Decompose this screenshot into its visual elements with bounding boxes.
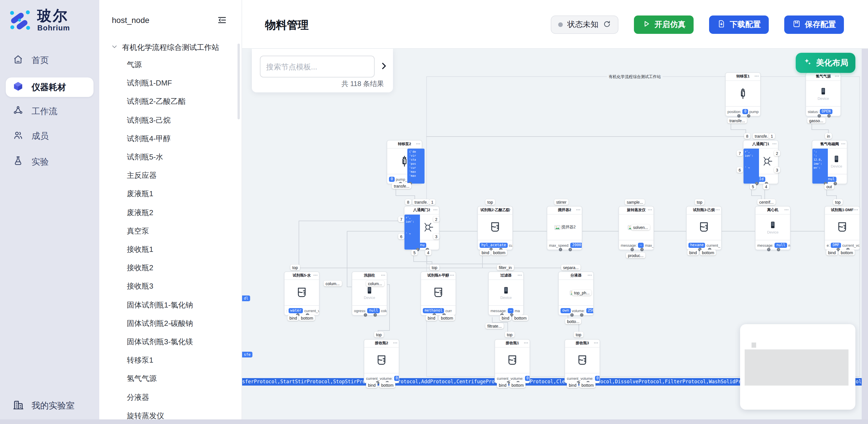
handle-pill[interactable]: produc... (626, 252, 646, 258)
handle-pill[interactable]: top (695, 199, 704, 205)
tree-item[interactable]: 主反应器 (127, 171, 157, 181)
node-menu-icon[interactable]: ••• (381, 272, 385, 279)
node-menu-icon[interactable]: ••• (313, 272, 318, 279)
canvas-node-bottle-4[interactable]: 试剂瓶4-甲醇•••methanolcurr›› (421, 271, 456, 315)
tree-scrollbar[interactable] (238, 43, 240, 119)
connector-dot[interactable]: › (767, 248, 771, 251)
handle-pill[interactable]: top (485, 199, 495, 205)
handle-pill[interactable]: bottom (512, 315, 529, 321)
node-menu-icon[interactable]: ••• (393, 340, 398, 347)
tree-item[interactable]: 转移泵1 (127, 355, 153, 365)
handle-pill[interactable]: separa... (561, 265, 581, 270)
handle-pill[interactable]: bottom (491, 250, 507, 255)
handle-pill[interactable]: bottom (299, 315, 315, 321)
tree-item[interactable]: 接收瓶1 (127, 244, 153, 255)
node-menu-icon[interactable]: ••• (648, 207, 652, 214)
node-menu-icon[interactable]: ••• (587, 272, 592, 279)
tree-item[interactable]: 固体试剂瓶1-氯化钠 (127, 300, 193, 310)
handle-pill[interactable]: 4 (763, 184, 769, 189)
node-menu-icon[interactable]: ••• (772, 141, 777, 148)
param-value-badge[interactable]: — (638, 242, 644, 248)
node-menu-icon[interactable]: ••• (518, 272, 522, 279)
handle-pill[interactable]: top (833, 199, 842, 205)
tree-item[interactable]: 固体试剂瓶3-氯化镁 (127, 337, 193, 347)
param-value-badge[interactable]: hexane (688, 242, 705, 248)
handle-pill[interactable]: 8 (744, 133, 750, 139)
beautify-layout-button[interactable]: 美化布局 (796, 53, 856, 73)
param-value-badge[interactable]: 0 (742, 109, 748, 114)
handle-pill[interactable]: gasso... (807, 118, 825, 123)
handle-pill[interactable]: bind (479, 250, 491, 255)
handle-pill[interactable]: top_ph... (572, 290, 592, 296)
handle-pill[interactable]: bottom (580, 382, 596, 388)
handle-pill[interactable]: sample... (625, 199, 645, 205)
param-value-badge[interactable]: own (560, 308, 571, 313)
canvas-node-centrifuge[interactable]: 离心机•••Devicemessage:nullma›› (755, 206, 790, 250)
node-menu-icon[interactable]: ••• (841, 141, 846, 148)
node-menu-icon[interactable]: ••• (506, 207, 511, 214)
param-value-badge[interactable]: — (508, 308, 514, 313)
handle-pill[interactable]: bind (497, 382, 508, 388)
canvas-node-receiver-2[interactable]: 接收瓶2•••current_volume:0›› (364, 339, 399, 383)
param-value-badge[interactable]: DMF (831, 242, 841, 248)
handle-pill[interactable]: filtrate... (485, 323, 504, 329)
handle-pill[interactable]: 7 (737, 150, 743, 156)
handle-pill[interactable]: 6 (737, 167, 743, 173)
param-value-badge[interactable]: null (368, 308, 380, 313)
canvas-node-bottle-2[interactable]: 试剂瓶2-乙酸乙酯•••hyl_acetatecurre›› (477, 206, 513, 250)
connector-dot[interactable]: › (570, 313, 574, 317)
handle-pill[interactable]: bottom (700, 250, 716, 255)
tree-item[interactable]: 试剂瓶4-甲醇 (127, 134, 171, 144)
tree-root-item[interactable]: 有机化学流程综合测试工作站 (111, 42, 219, 53)
handle-pill[interactable]: transfe... (392, 183, 411, 189)
node-menu-icon[interactable]: ••• (715, 207, 720, 214)
handle-pill[interactable]: 3 (774, 167, 780, 173)
canvas-node-bottle-5[interactable]: 试剂瓶5-水•••:watercurrent_v›› (284, 271, 319, 315)
handle-pill[interactable]: top (430, 265, 439, 270)
param-value-badge[interactable]: 2000 (570, 242, 582, 248)
handle-pill[interactable]: bind (287, 315, 299, 321)
handle-pill[interactable]: 6 (398, 234, 404, 239)
handle-pill[interactable]: bottom (509, 382, 526, 388)
param-value-badge[interactable]: 0 (595, 375, 599, 381)
handle-pill[interactable]: 4 (425, 250, 431, 255)
connector-dot[interactable]: › (737, 114, 741, 118)
handle-pill[interactable]: bind (500, 315, 511, 321)
node-menu-icon[interactable]: ••• (416, 141, 421, 148)
handle-pill[interactable]: bind (426, 315, 437, 321)
handle-pill[interactable]: bind (826, 250, 838, 255)
handle-pill[interactable]: 1 (429, 199, 435, 205)
search-input[interactable] (260, 56, 375, 78)
handle-pill[interactable]: bind (567, 382, 578, 388)
save-button[interactable]: 保存配置 (784, 16, 844, 34)
tree-item[interactable]: 气源 (127, 60, 142, 70)
handle-pill[interactable]: stirrer (554, 199, 568, 205)
handle-pill[interactable]: filter_in (497, 265, 514, 270)
param-value-badge[interactable]: 250 (586, 308, 593, 313)
handle-pill[interactable]: 8 (405, 199, 411, 205)
connector-dot[interactable]: › (817, 114, 821, 118)
tree-item[interactable]: 真空泵 (127, 226, 149, 236)
handle-pill[interactable]: transfe... (727, 118, 747, 123)
status-chip[interactable]: 状态未知 (551, 16, 618, 34)
handle-pill[interactable]: 5 (750, 184, 756, 189)
handle-pill[interactable]: 1 (769, 133, 775, 139)
minimap[interactable] (740, 324, 856, 410)
node-menu-icon[interactable]: ••• (594, 340, 598, 347)
tree-item[interactable]: 氢气气源 (127, 374, 157, 384)
connector-dot[interactable]: › (559, 248, 562, 251)
sidebar-item-experiment[interactable]: 实验 (6, 153, 94, 171)
handle-pill[interactable]: transfe. (412, 199, 430, 205)
canvas-node-bottle-1[interactable]: 试剂瓶1-DMF•••e:DMFcurrent_vol›› (825, 206, 860, 250)
tree-item[interactable]: 试剂瓶5-水 (127, 152, 163, 162)
handle-pill[interactable]: colum... (366, 280, 384, 286)
node-menu-icon[interactable]: ••• (433, 207, 438, 214)
canvas-node-stirrer-2[interactable]: 搅拌器2•••搅拌器2max_speed:2000›› (547, 206, 582, 250)
canvas-node-filter[interactable]: 过滤器•••Devicemessage:—ma›› (488, 271, 524, 315)
tree-item[interactable]: 废液瓶2 (127, 207, 153, 218)
handle-pill[interactable]: top (290, 265, 300, 270)
tree-item[interactable]: 接收瓶2 (127, 263, 153, 273)
tree-item[interactable]: 废液瓶1 (127, 189, 153, 200)
handle-pill[interactable]: bind (366, 382, 377, 388)
canvas-node-transfer-pump-2[interactable]: 转移泵2•••{'de'vir'sta'pos'cur'max'max0pump… (387, 140, 422, 184)
